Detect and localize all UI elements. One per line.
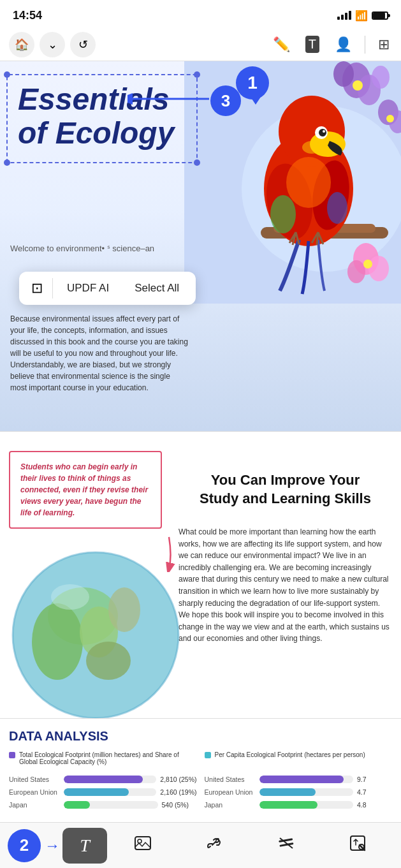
bar-fill xyxy=(259,776,344,783)
bar-container xyxy=(259,801,354,809)
svg-point-37 xyxy=(108,587,140,632)
battery-icon xyxy=(372,11,388,20)
image-tool-icon xyxy=(134,834,152,857)
chevron-down-icon: ⌄ xyxy=(48,38,57,52)
svg-point-35 xyxy=(32,603,83,680)
annotation-arrow-3 xyxy=(128,89,217,108)
svg-point-22 xyxy=(319,129,326,136)
svg-point-28 xyxy=(286,157,331,208)
markup-tool-icon xyxy=(277,834,295,857)
svg-point-40 xyxy=(51,584,89,610)
bar-container xyxy=(259,776,354,783)
updf-ai-button[interactable]: UPDF AI xyxy=(55,278,120,298)
bar-container xyxy=(259,788,354,796)
bottom-toolbar: 2 → T xyxy=(0,822,401,868)
svg-rect-41 xyxy=(135,837,150,850)
page-ecology: Essentials of Ecology 3 Welcome to envir… xyxy=(0,61,401,431)
main-toolbar: 🏠 ⌄ ↺ ✏️ T 👤 ⊞ xyxy=(0,28,401,61)
bar-container xyxy=(64,801,158,809)
status-bar: 14:54 📶 xyxy=(0,0,401,28)
home-button[interactable]: 🏠 xyxy=(9,32,34,57)
home-icon: 🏠 xyxy=(15,38,29,52)
text-select-button[interactable]: T xyxy=(303,33,322,55)
table-row: Japan 4.8 xyxy=(205,801,393,809)
table-row: United States 9.7 xyxy=(205,776,393,783)
context-menu: ⊡ UPDF AI Select All xyxy=(19,272,196,305)
back-button[interactable]: ↺ xyxy=(70,32,96,57)
arrow-right-icon: → xyxy=(45,837,60,855)
data-col-1: Total Ecological Footprint (million hect… xyxy=(9,751,197,814)
bar-container xyxy=(64,788,156,796)
col1-legend-dot xyxy=(9,752,15,758)
annotation-bubble-1: 1 xyxy=(236,66,269,99)
bar-fill xyxy=(64,788,129,796)
col1-header: Total Ecological Footprint (million hect… xyxy=(9,751,197,770)
undo-icon: ↺ xyxy=(78,38,88,52)
context-menu-divider xyxy=(52,278,53,298)
grid-icon: ⊞ xyxy=(378,36,390,53)
bar-fill xyxy=(259,788,316,796)
svg-point-29 xyxy=(302,141,321,154)
ocr-icon: ⊡ xyxy=(31,280,43,297)
wifi-icon: 📶 xyxy=(355,10,368,22)
quote-arrow xyxy=(156,534,188,572)
table-row: European Union 4.7 xyxy=(205,788,393,796)
svg-point-26 xyxy=(270,195,296,233)
svg-point-4 xyxy=(333,61,354,87)
svg-point-23 xyxy=(323,130,325,133)
selection-handle-bl[interactable] xyxy=(4,159,10,166)
data-col-2: Per Capita Ecological Footprint (hectare… xyxy=(205,751,393,814)
svg-point-13 xyxy=(363,260,372,268)
svg-point-11 xyxy=(368,256,389,281)
toolbar-divider xyxy=(365,36,365,54)
share-icon: 👤 xyxy=(335,36,352,53)
bar-fill xyxy=(259,801,317,809)
col2-legend-dot xyxy=(205,752,211,758)
table-row: United States 2,810 (25%) xyxy=(9,776,197,783)
selection-handle-tl[interactable] xyxy=(4,71,10,78)
svg-point-5 xyxy=(372,66,390,89)
pen-tool-button[interactable]: ✏️ xyxy=(270,34,293,55)
svg-point-27 xyxy=(327,192,347,224)
welcome-text: Welcome to environment• ˢ science–an xyxy=(10,244,154,253)
dropdown-button[interactable]: ⌄ xyxy=(40,32,65,57)
bar-fill xyxy=(64,776,143,783)
bar-container xyxy=(64,776,156,783)
ecology-body-text: Because environmental issues affect ever… xyxy=(10,313,189,394)
svg-point-6 xyxy=(353,80,363,91)
selection-handle-tr[interactable] xyxy=(194,71,200,78)
markup-tool-button[interactable] xyxy=(251,828,322,864)
svg-point-42 xyxy=(138,839,142,843)
ocr-button[interactable]: ⊡ xyxy=(24,276,50,301)
image-tool-button[interactable] xyxy=(107,828,179,864)
status-icons: 📶 xyxy=(337,10,388,22)
title-selection-box: Essentials of Ecology xyxy=(6,74,198,163)
data-columns: Total Ecological Footprint (million hect… xyxy=(9,751,392,814)
pen-icon: ✏️ xyxy=(273,36,290,53)
annotation-bubble-2: 2 xyxy=(8,829,41,862)
status-time: 14:54 xyxy=(13,9,42,22)
select-tool-button[interactable] xyxy=(322,828,393,864)
svg-point-38 xyxy=(86,642,131,680)
svg-point-12 xyxy=(347,260,365,283)
content-area: 1 xyxy=(0,61,401,842)
selection-handle-br[interactable] xyxy=(194,159,200,166)
link-tool-button[interactable] xyxy=(179,828,250,864)
page-learning: Students who can begin early in their li… xyxy=(0,431,401,718)
select-all-button[interactable]: Select All xyxy=(123,278,191,298)
table-row: European Union 2,160 (19%) xyxy=(9,788,197,796)
quote-box: Students who can begin early in their li… xyxy=(9,451,162,529)
learning-body-text: What could be more important than learni… xyxy=(179,526,392,645)
grid-button[interactable]: ⊞ xyxy=(375,34,392,55)
learning-heading: You Can Improve Your Study and Learning … xyxy=(179,471,392,508)
signal-icon xyxy=(337,11,351,20)
col2-header: Per Capita Ecological Footprint (hectare… xyxy=(205,751,393,770)
svg-point-9 xyxy=(386,115,394,122)
text-tool-icon: T xyxy=(80,835,90,856)
text-tool-button[interactable]: T xyxy=(62,828,107,864)
select-tool-icon xyxy=(349,834,367,857)
share-button[interactable]: 👤 xyxy=(332,34,354,55)
svg-point-19 xyxy=(279,96,345,167)
table-row: Japan 540 (5%) xyxy=(9,801,197,809)
quote-text: Students who can begin early in their li… xyxy=(20,461,150,519)
